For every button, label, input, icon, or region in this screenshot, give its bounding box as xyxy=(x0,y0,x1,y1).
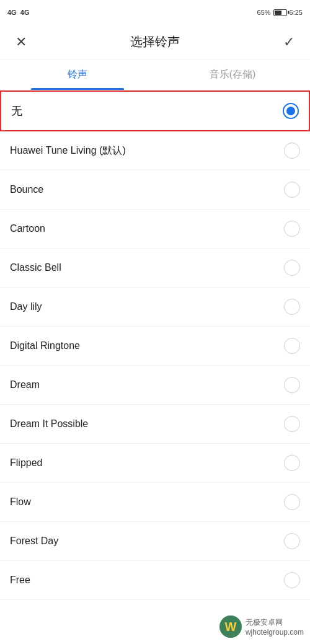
list-item[interactable]: Dream It Possible xyxy=(0,405,310,444)
watermark: W 无极安卓网 wjhotelgroup.com xyxy=(219,615,304,638)
radio-empty xyxy=(284,338,300,354)
list-item[interactable]: Forest Day xyxy=(0,522,310,561)
list-item[interactable]: Cartoon xyxy=(0,210,310,249)
watermark-label: 无极安卓网 xyxy=(246,617,304,628)
radio-empty xyxy=(284,377,300,393)
status-right: 65% 6:25 xyxy=(257,9,303,16)
tab-music[interactable]: 音乐(存储) xyxy=(155,60,310,90)
selected-none-row[interactable]: 无 xyxy=(0,90,310,131)
battery-fill xyxy=(275,11,282,15)
confirm-button[interactable]: ✓ xyxy=(278,34,300,50)
ringtone-list: Huawei Tune Living (默认)BounceCartoonClas… xyxy=(0,131,310,600)
radio-empty xyxy=(284,533,300,549)
list-item-label: Forest Day xyxy=(10,536,58,547)
network-info: 4G 4G xyxy=(7,9,29,16)
list-item-label: Huawei Tune Living (默认) xyxy=(10,144,126,157)
radio-empty xyxy=(284,143,300,159)
battery-percent: 65% xyxy=(257,9,271,16)
radio-empty xyxy=(284,572,300,588)
list-item-label: Digital Ringtone xyxy=(10,340,80,351)
radio-empty xyxy=(284,260,300,276)
list-item-label: Free xyxy=(10,575,30,586)
page-title: 选择铃声 xyxy=(32,33,278,50)
list-item-label: Classic Bell xyxy=(10,262,61,273)
list-item[interactable]: Flow xyxy=(0,483,310,522)
list-item[interactable]: Day lily xyxy=(0,288,310,327)
list-item[interactable]: Bounce xyxy=(0,170,310,210)
list-item[interactable]: Free xyxy=(0,561,310,600)
list-item[interactable]: Dream xyxy=(0,366,310,405)
list-item-label: Cartoon xyxy=(10,223,45,234)
list-item[interactable]: Flipped xyxy=(0,444,310,483)
status-bar: 4G 4G 65% 6:25 xyxy=(0,0,310,25)
list-item-label: Flipped xyxy=(10,457,42,469)
list-item-label: Flow xyxy=(10,496,31,508)
tabs-container: 铃声 音乐(存储) xyxy=(0,60,310,90)
list-item-label: Dream xyxy=(10,379,40,390)
header: ✕ 选择铃声 ✓ xyxy=(0,25,310,60)
network-label: 4G 4G xyxy=(7,9,29,16)
close-button[interactable]: ✕ xyxy=(10,34,32,50)
tab-ringtone[interactable]: 铃声 xyxy=(0,60,155,90)
radio-empty xyxy=(284,455,300,471)
list-item[interactable]: Classic Bell xyxy=(0,249,310,288)
radio-empty xyxy=(284,221,300,237)
watermark-logo: W xyxy=(219,615,242,638)
radio-empty xyxy=(284,494,300,510)
list-item-label: Dream It Possible xyxy=(10,418,88,430)
list-item-label: Bounce xyxy=(10,184,43,195)
radio-empty xyxy=(284,182,300,198)
list-item-label: Day lily xyxy=(10,301,42,312)
time-label: 6:25 xyxy=(290,9,303,16)
list-item[interactable]: Huawei Tune Living (默认) xyxy=(0,131,310,170)
list-item[interactable]: Digital Ringtone xyxy=(0,327,310,366)
radio-empty xyxy=(284,416,300,432)
radio-selected xyxy=(283,103,299,119)
selected-none-label: 无 xyxy=(11,104,22,118)
battery-icon xyxy=(273,9,287,16)
radio-empty xyxy=(284,299,300,315)
watermark-site: wjhotelgroup.com xyxy=(246,628,304,637)
